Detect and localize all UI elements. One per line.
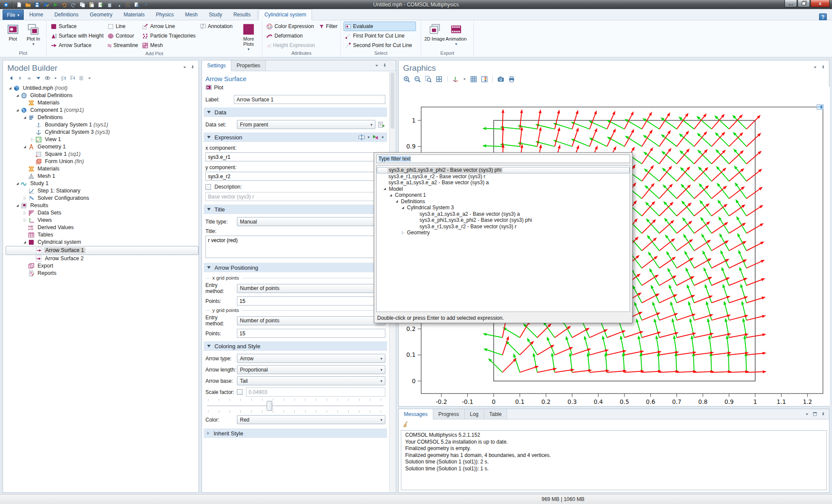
tree-item-component-1[interactable]: ΩComponent 1 (comp1) bbox=[6, 107, 199, 114]
tab-settings[interactable]: Settings bbox=[202, 60, 231, 71]
expanded-icon[interactable] bbox=[15, 181, 20, 186]
filter-input[interactable]: Type filter text bbox=[376, 154, 630, 163]
expression-item[interactable]: Definitions bbox=[377, 198, 630, 205]
expression-item[interactable]: sys3.e_phi1,sys3.e_phi2 - Base vector (s… bbox=[377, 217, 630, 224]
tree-item-step-1-stationary[interactable]: Step 1: Stationary bbox=[6, 187, 199, 195]
ribbon-tab-results[interactable]: Results bbox=[228, 9, 256, 20]
nav-down-button[interactable] bbox=[35, 75, 41, 81]
expression-item[interactable]: Model bbox=[377, 186, 630, 192]
save-button[interactable] bbox=[33, 1, 41, 8]
section-data[interactable]: Data bbox=[204, 107, 387, 117]
tree-item-results[interactable]: Results bbox=[6, 202, 199, 209]
pin-icon[interactable] bbox=[382, 63, 387, 68]
ribbon-button-streamline[interactable]: Streamline bbox=[106, 41, 141, 50]
clear-messages-button[interactable] bbox=[402, 421, 409, 428]
expanded-icon[interactable] bbox=[15, 203, 20, 208]
ribbon-button-evaluate[interactable]: Evaluate bbox=[344, 22, 416, 31]
zoom-out-button[interactable] bbox=[414, 76, 421, 83]
ribbon-button-surface[interactable]: Surface bbox=[49, 22, 106, 31]
open-button[interactable] bbox=[24, 1, 32, 8]
title-field[interactable] bbox=[205, 236, 385, 258]
ribbon-button-second-point-for-cut-line[interactable]: Second Point for Cut Line bbox=[344, 41, 416, 50]
ribbon-button-surface-with-height[interactable]: Surface with Height bbox=[49, 31, 106, 41]
select-off-button[interactable] bbox=[123, 1, 132, 8]
axes-view-button[interactable] bbox=[452, 76, 459, 83]
tree-item-definitions[interactable]: Definitions bbox=[6, 114, 199, 121]
tree-item-cylindrical-system-3[interactable]: Cylindrical System 3 (sys3) bbox=[6, 129, 199, 136]
slider-handle[interactable] bbox=[267, 401, 272, 411]
y-entry-method-select[interactable]: Number of points ▾ bbox=[237, 316, 385, 325]
tree-item-data-sets[interactable]: Data Sets bbox=[6, 209, 199, 217]
tree-item-square-1[interactable]: Square 1 (sq1) bbox=[6, 151, 199, 158]
ribbon-tab-geometry[interactable]: Geometry bbox=[84, 9, 118, 20]
tree-item-boundary-system-1[interactable]: Boundary System 1 (sys1) bbox=[6, 121, 199, 129]
collapsed-icon[interactable] bbox=[30, 137, 35, 142]
tree-item-solver-configurations[interactable]: Solver Configurations bbox=[6, 195, 199, 202]
minimize-button[interactable] bbox=[785, 0, 797, 7]
new-file-button[interactable] bbox=[15, 1, 23, 8]
caret-down-button[interactable] bbox=[142, 1, 150, 8]
description-field[interactable] bbox=[205, 192, 385, 201]
zoom-in-button[interactable] bbox=[403, 76, 410, 83]
ribbon-button-arrow-line[interactable]: Arrow Line bbox=[141, 22, 199, 31]
collapsed-icon[interactable] bbox=[22, 218, 27, 223]
nav-up-button[interactable] bbox=[26, 75, 32, 81]
list-view-button[interactable] bbox=[79, 75, 85, 81]
section-inherit-style[interactable]: Inherit Style bbox=[204, 428, 387, 438]
close-button[interactable]: x bbox=[810, 0, 830, 7]
ribbon-tab-physics[interactable]: Physics bbox=[150, 9, 179, 20]
replace-expression-button[interactable] bbox=[358, 134, 365, 141]
insert-expression-button[interactable] bbox=[372, 134, 379, 141]
plot-settings-icon[interactable] bbox=[816, 104, 824, 111]
zoom-extents-button[interactable] bbox=[435, 76, 443, 83]
section-title-bar[interactable]: Title bbox=[204, 205, 387, 214]
ribbon-tab-home[interactable]: Home bbox=[24, 9, 49, 20]
ribbon-tab-materials[interactable]: Materials bbox=[118, 9, 151, 20]
scale-factor-checkbox[interactable] bbox=[237, 389, 243, 395]
caret-down-button[interactable] bbox=[463, 76, 466, 82]
tab-properties[interactable]: Properties bbox=[231, 60, 266, 71]
arrow-base-select[interactable]: Tail ▾ bbox=[237, 376, 385, 385]
ribbon-button-mesh[interactable]: Mesh bbox=[141, 41, 199, 50]
expression-item[interactable]: sys3.e_r1,sys3.e_r2 - Base vector (sys3)… bbox=[377, 224, 630, 230]
copy-button[interactable] bbox=[78, 1, 86, 8]
caret-down-button[interactable] bbox=[88, 75, 91, 81]
tree-item-study-1[interactable]: Study 1 bbox=[6, 180, 199, 187]
tree-item-export[interactable]: Export bbox=[6, 262, 199, 270]
ribbon-button-deformation[interactable]: Deformation bbox=[265, 31, 318, 41]
nav-left-button[interactable] bbox=[8, 75, 14, 81]
file-menu-button[interactable]: File ▾ bbox=[3, 9, 24, 20]
description-checkbox[interactable] bbox=[205, 184, 211, 190]
plot-button[interactable]: Plot bbox=[205, 84, 385, 91]
tree-item-untitled-mph[interactable]: Untitled.mph (root) bbox=[6, 85, 199, 92]
collapsed-icon[interactable] bbox=[400, 230, 405, 235]
tree-item-reports[interactable]: Reports bbox=[6, 270, 199, 277]
ribbon-button-2d-image[interactable]: 2D Image bbox=[424, 22, 445, 49]
run-button[interactable] bbox=[51, 1, 59, 8]
tree-item-geometry-1[interactable]: Geometry 1 bbox=[6, 143, 199, 151]
collapsed-icon[interactable] bbox=[22, 211, 27, 215]
find-button[interactable] bbox=[132, 1, 141, 8]
expression-item[interactable]: Geometry bbox=[377, 230, 630, 236]
tree-item-materials[interactable]: Materials bbox=[6, 99, 199, 107]
printer-button[interactable] bbox=[508, 76, 515, 83]
ribbon-button-particle-trajectories[interactable]: Particle Trajectories bbox=[141, 31, 199, 41]
tree-item-global-definitions[interactable]: Global Definitions bbox=[6, 92, 199, 99]
tree-item-form-union[interactable]: Form Union (fin) bbox=[6, 158, 199, 165]
ribbon-button-plot[interactable]: Plot bbox=[3, 22, 23, 49]
pin-icon[interactable] bbox=[821, 411, 826, 416]
expanded-icon[interactable] bbox=[22, 115, 27, 120]
y-points-field[interactable] bbox=[237, 329, 385, 338]
ribbon-button-color-expression[interactable]: Color Expression bbox=[265, 22, 318, 31]
zoom-box-button[interactable] bbox=[425, 76, 432, 83]
arrow-type-select[interactable]: Arrow ▾ bbox=[237, 354, 385, 363]
section-coloring-style[interactable]: Coloring and Style bbox=[204, 341, 387, 351]
panel-menu-icon[interactable] bbox=[805, 411, 809, 416]
restore-button[interactable] bbox=[797, 0, 810, 7]
tree-item-views[interactable]: Views bbox=[6, 217, 199, 224]
expanded-icon[interactable] bbox=[382, 186, 387, 191]
select-frame-button[interactable] bbox=[114, 1, 123, 8]
grid-toggle-button[interactable] bbox=[470, 76, 477, 83]
ribbon-button-plot-in[interactable]: Plot In▾ bbox=[23, 22, 44, 49]
tree-item-derived-values[interactable]: 8.85e-12Derived Values bbox=[6, 224, 199, 231]
